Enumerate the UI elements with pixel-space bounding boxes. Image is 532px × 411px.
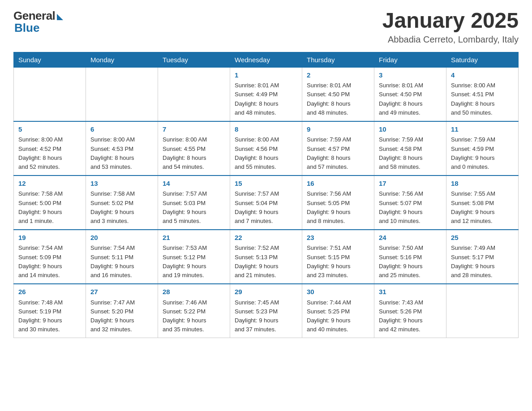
calendar-cell: 24Sunrise: 7:50 AMSunset: 5:16 PMDayligh… [374, 230, 446, 284]
day-info: Sunrise: 7:52 AMSunset: 5:13 PMDaylight:… [235, 244, 297, 280]
day-info: Sunrise: 7:56 AMSunset: 5:05 PMDaylight:… [307, 189, 369, 226]
day-number: 31 [379, 287, 442, 297]
calendar-cell: 12Sunrise: 7:58 AMSunset: 5:00 PMDayligh… [14, 176, 86, 230]
day-info: Sunrise: 8:00 AMSunset: 4:56 PMDaylight:… [235, 135, 297, 171]
calendar-cell: 4Sunrise: 8:00 AMSunset: 4:51 PMDaylight… [446, 67, 519, 121]
day-info: Sunrise: 7:54 AMSunset: 5:09 PMDaylight:… [18, 244, 81, 280]
day-number: 16 [307, 179, 369, 189]
calendar-cell [158, 67, 230, 121]
day-number: 21 [163, 233, 225, 243]
calendar-day-header: Friday [374, 52, 446, 67]
calendar-cell: 23Sunrise: 7:51 AMSunset: 5:15 PMDayligh… [302, 230, 374, 284]
day-number: 27 [90, 287, 153, 297]
day-info: Sunrise: 8:01 AMSunset: 4:49 PMDaylight:… [235, 81, 297, 117]
calendar-week-row: 12Sunrise: 7:58 AMSunset: 5:00 PMDayligh… [14, 176, 519, 230]
calendar-week-row: 5Sunrise: 8:00 AMSunset: 4:52 PMDaylight… [14, 121, 519, 176]
calendar-cell: 19Sunrise: 7:54 AMSunset: 5:09 PMDayligh… [14, 230, 86, 284]
day-info: Sunrise: 7:58 AMSunset: 5:00 PMDaylight:… [18, 189, 81, 226]
day-info: Sunrise: 7:59 AMSunset: 4:58 PMDaylight:… [379, 135, 442, 171]
calendar-day-header: Sunday [14, 52, 86, 67]
logo-arrow-icon [57, 14, 63, 20]
day-info: Sunrise: 7:54 AMSunset: 5:11 PMDaylight:… [90, 244, 153, 280]
calendar-day-header: Tuesday [158, 52, 230, 67]
calendar-table: SundayMondayTuesdayWednesdayThursdayFrid… [13, 52, 519, 338]
calendar-cell: 27Sunrise: 7:47 AMSunset: 5:20 PMDayligh… [86, 284, 158, 338]
day-info: Sunrise: 8:00 AMSunset: 4:51 PMDaylight:… [451, 81, 514, 117]
day-number: 24 [379, 233, 442, 243]
logo-blue-text: Blue [14, 21, 39, 35]
day-info: Sunrise: 7:59 AMSunset: 4:59 PMDaylight:… [451, 135, 514, 171]
day-number: 22 [235, 233, 297, 243]
day-info: Sunrise: 8:00 AMSunset: 4:52 PMDaylight:… [18, 135, 81, 171]
location-subtitle: Abbadia Cerreto, Lombardy, Italy [382, 34, 519, 45]
day-info: Sunrise: 7:49 AMSunset: 5:17 PMDaylight:… [451, 244, 514, 280]
calendar-cell: 10Sunrise: 7:59 AMSunset: 4:58 PMDayligh… [374, 121, 446, 176]
day-info: Sunrise: 7:57 AMSunset: 5:03 PMDaylight:… [163, 189, 225, 226]
day-number: 5 [18, 124, 81, 135]
calendar-week-row: 1Sunrise: 8:01 AMSunset: 4:49 PMDaylight… [14, 67, 519, 121]
calendar-cell: 9Sunrise: 7:59 AMSunset: 4:57 PMDaylight… [302, 121, 374, 176]
day-info: Sunrise: 7:57 AMSunset: 5:04 PMDaylight:… [235, 189, 297, 226]
day-number: 29 [235, 287, 297, 297]
calendar-cell: 11Sunrise: 7:59 AMSunset: 4:59 PMDayligh… [446, 121, 519, 176]
day-info: Sunrise: 7:53 AMSunset: 5:12 PMDaylight:… [163, 244, 225, 280]
day-number: 8 [235, 124, 297, 135]
day-number: 3 [379, 70, 442, 81]
day-info: Sunrise: 7:55 AMSunset: 5:08 PMDaylight:… [451, 189, 514, 226]
day-info: Sunrise: 7:50 AMSunset: 5:16 PMDaylight:… [379, 244, 442, 280]
day-info: Sunrise: 7:48 AMSunset: 5:19 PMDaylight:… [18, 298, 81, 334]
day-info: Sunrise: 8:01 AMSunset: 4:50 PMDaylight:… [307, 81, 369, 117]
calendar-day-header: Thursday [302, 52, 374, 67]
calendar-cell: 18Sunrise: 7:55 AMSunset: 5:08 PMDayligh… [446, 176, 519, 230]
day-info: Sunrise: 7:44 AMSunset: 5:25 PMDaylight:… [307, 298, 369, 334]
day-number: 20 [90, 233, 153, 243]
calendar-day-header: Saturday [446, 52, 519, 67]
calendar-header-row: SundayMondayTuesdayWednesdayThursdayFrid… [14, 52, 519, 67]
day-number: 12 [18, 179, 81, 189]
calendar-cell: 3Sunrise: 8:01 AMSunset: 4:50 PMDaylight… [374, 67, 446, 121]
calendar-cell: 16Sunrise: 7:56 AMSunset: 5:05 PMDayligh… [302, 176, 374, 230]
calendar-cell [86, 67, 158, 121]
day-info: Sunrise: 7:51 AMSunset: 5:15 PMDaylight:… [307, 244, 369, 280]
calendar-cell: 1Sunrise: 8:01 AMSunset: 4:49 PMDaylight… [230, 67, 302, 121]
calendar-cell: 21Sunrise: 7:53 AMSunset: 5:12 PMDayligh… [158, 230, 230, 284]
day-info: Sunrise: 8:01 AMSunset: 4:50 PMDaylight:… [379, 81, 442, 117]
day-number: 13 [90, 179, 153, 189]
day-number: 6 [90, 124, 153, 135]
day-number: 9 [307, 124, 369, 135]
day-number: 4 [451, 70, 514, 81]
calendar-cell: 29Sunrise: 7:45 AMSunset: 5:23 PMDayligh… [230, 284, 302, 338]
calendar-cell: 14Sunrise: 7:57 AMSunset: 5:03 PMDayligh… [158, 176, 230, 230]
day-info: Sunrise: 7:56 AMSunset: 5:07 PMDaylight:… [379, 189, 442, 226]
calendar-cell: 7Sunrise: 8:00 AMSunset: 4:55 PMDaylight… [158, 121, 230, 176]
day-number: 19 [18, 233, 81, 243]
calendar-cell: 20Sunrise: 7:54 AMSunset: 5:11 PMDayligh… [86, 230, 158, 284]
calendar-cell: 6Sunrise: 8:00 AMSunset: 4:53 PMDaylight… [86, 121, 158, 176]
calendar-cell: 28Sunrise: 7:46 AMSunset: 5:22 PMDayligh… [158, 284, 230, 338]
page-header: General Blue January 2025 Abbadia Cerret… [13, 9, 519, 45]
day-number: 15 [235, 179, 297, 189]
day-number: 11 [451, 124, 514, 135]
day-info: Sunrise: 7:47 AMSunset: 5:20 PMDaylight:… [90, 298, 153, 334]
calendar-cell [14, 67, 86, 121]
day-info: Sunrise: 8:00 AMSunset: 4:55 PMDaylight:… [163, 135, 225, 171]
day-info: Sunrise: 7:43 AMSunset: 5:26 PMDaylight:… [379, 298, 442, 334]
month-year-title: January 2025 [382, 9, 519, 33]
day-info: Sunrise: 7:58 AMSunset: 5:02 PMDaylight:… [90, 189, 153, 226]
day-number: 7 [163, 124, 225, 135]
calendar-cell: 8Sunrise: 8:00 AMSunset: 4:56 PMDaylight… [230, 121, 302, 176]
logo: General Blue [13, 9, 63, 35]
calendar-cell: 22Sunrise: 7:52 AMSunset: 5:13 PMDayligh… [230, 230, 302, 284]
calendar-cell: 30Sunrise: 7:44 AMSunset: 5:25 PMDayligh… [302, 284, 374, 338]
calendar-week-row: 19Sunrise: 7:54 AMSunset: 5:09 PMDayligh… [14, 230, 519, 284]
day-number: 18 [451, 179, 514, 189]
calendar-cell: 5Sunrise: 8:00 AMSunset: 4:52 PMDaylight… [14, 121, 86, 176]
day-number: 17 [379, 179, 442, 189]
day-number: 10 [379, 124, 442, 135]
calendar-cell: 13Sunrise: 7:58 AMSunset: 5:02 PMDayligh… [86, 176, 158, 230]
title-block: January 2025 Abbadia Cerreto, Lombardy, … [382, 9, 519, 45]
day-number: 25 [451, 233, 514, 243]
day-number: 1 [235, 70, 297, 81]
day-info: Sunrise: 7:59 AMSunset: 4:57 PMDaylight:… [307, 135, 369, 171]
calendar-cell: 15Sunrise: 7:57 AMSunset: 5:04 PMDayligh… [230, 176, 302, 230]
